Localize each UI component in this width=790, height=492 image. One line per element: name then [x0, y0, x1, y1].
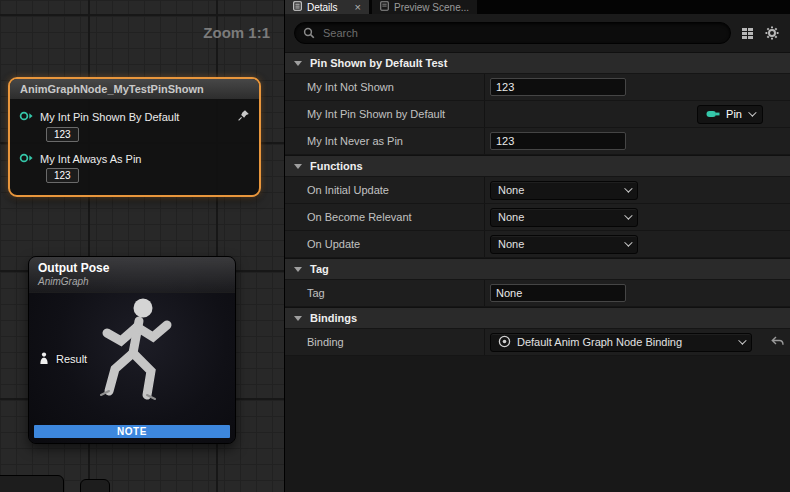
pin-dropdown-label: Pin: [726, 108, 742, 120]
pose-pin-icon[interactable]: [38, 352, 50, 366]
details-empty-area: [285, 356, 790, 492]
section-title: Tag: [310, 263, 329, 275]
pin-label: My Int Pin Shown By Default: [40, 111, 179, 123]
property-label: My Int Pin Shown by Default: [285, 101, 485, 127]
property-row: My Int Not Shown: [285, 74, 790, 101]
output-pose-node[interactable]: Output Pose AnimGraph Result NOTE: [28, 256, 236, 444]
pin-visibility-dropdown[interactable]: Pin: [697, 105, 763, 124]
tab-details[interactable]: Details ×: [285, 0, 369, 14]
property-row: My Int Never as Pin: [285, 128, 790, 155]
mannequin-figure: [81, 291, 191, 421]
chevron-down-icon[interactable]: [294, 61, 302, 66]
property-row: Binding Default Anim Graph Node Binding: [285, 329, 790, 356]
chevron-down-icon[interactable]: [294, 316, 302, 321]
pin-label: My Int Always As Pin: [40, 153, 141, 165]
tab-bar: Details × Preview Scene...: [285, 0, 790, 14]
section-header-tag[interactable]: Tag: [285, 258, 790, 280]
value-pin-icon[interactable]: [19, 153, 34, 165]
property-label: On Update: [285, 231, 485, 257]
tab-label: Preview Scene...: [394, 2, 469, 13]
property-label: Tag: [285, 280, 485, 306]
binding-icon: [498, 335, 511, 350]
dropdown-value: None: [498, 238, 524, 250]
on-become-relevant-dropdown[interactable]: None: [490, 208, 638, 227]
tab-preview-scene[interactable]: Preview Scene...: [372, 0, 477, 14]
tag-input[interactable]: [490, 284, 626, 302]
chevron-down-icon[interactable]: [294, 164, 302, 169]
my-int-not-shown-input[interactable]: [490, 78, 626, 96]
section-header-bindings[interactable]: Bindings: [285, 307, 790, 329]
on-update-dropdown[interactable]: None: [490, 235, 638, 254]
binding-dropdown[interactable]: Default Anim Graph Node Binding: [490, 333, 752, 352]
my-int-never-as-pin-input[interactable]: [490, 132, 626, 150]
close-icon[interactable]: ×: [355, 2, 361, 13]
pushpin-icon[interactable]: [237, 109, 250, 124]
search-row: [285, 14, 790, 52]
note-badge[interactable]: NOTE: [34, 425, 230, 438]
property-row: Tag: [285, 280, 790, 307]
chevron-down-icon: [738, 336, 746, 344]
search-input[interactable]: [294, 22, 731, 44]
gear-icon[interactable]: [763, 24, 781, 42]
reset-to-default-icon[interactable]: [771, 336, 784, 349]
property-label: On Initial Update: [285, 177, 485, 203]
chevron-down-icon: [748, 108, 756, 116]
anim-graph-test-node[interactable]: AnimGraphNode_MyTestPinShown My Int Pin …: [8, 77, 261, 197]
property-row: On Initial Update None: [285, 177, 790, 204]
section-header-pin-shown-by-default-test[interactable]: Pin Shown by Default Test: [285, 52, 790, 74]
on-initial-update-dropdown[interactable]: None: [490, 181, 638, 200]
details-panel: Details × Preview Scene... Pin Shown by …: [285, 0, 790, 492]
property-label: My Int Never as Pin: [285, 128, 485, 154]
section-title: Bindings: [310, 312, 357, 324]
chevron-down-icon[interactable]: [294, 267, 302, 272]
node-header[interactable]: Output Pose AnimGraph: [29, 257, 235, 293]
chevron-down-icon: [624, 238, 632, 246]
partial-node[interactable]: [80, 479, 110, 492]
property-label: My Int Not Shown: [285, 74, 485, 100]
pin-icon: [706, 108, 720, 120]
chevron-down-icon: [624, 184, 632, 192]
tab-label: Details: [307, 2, 338, 13]
dropdown-value: None: [498, 211, 524, 223]
pin-row-always-as-pin: My Int Always As Pin: [19, 153, 250, 165]
search-icon: [303, 27, 315, 39]
result-pin[interactable]: Result: [38, 352, 87, 366]
pin-value-input[interactable]: 123: [46, 168, 79, 183]
node-title[interactable]: AnimGraphNode_MyTestPinShown: [10, 79, 259, 100]
section-header-functions[interactable]: Functions: [285, 155, 790, 177]
section-title: Pin Shown by Default Test: [310, 57, 447, 69]
partial-node[interactable]: [0, 475, 64, 492]
preview-scene-tab-icon: [380, 1, 389, 13]
value-pin-icon[interactable]: [19, 111, 34, 123]
section-title: Functions: [310, 160, 363, 172]
binding-value: Default Anim Graph Node Binding: [517, 336, 732, 348]
search-wrap: [294, 22, 731, 44]
node-subtitle: AnimGraph: [38, 276, 226, 287]
result-pin-label: Result: [56, 353, 87, 365]
chevron-down-icon: [624, 211, 632, 219]
dropdown-value: None: [498, 184, 524, 196]
pin-row-shown-by-default: My Int Pin Shown By Default: [19, 109, 250, 124]
node-title: Output Pose: [38, 261, 226, 275]
view-options-grid-icon[interactable]: [738, 24, 756, 42]
graph-canvas[interactable]: Zoom 1:1 AnimGraphNode_MyTestPinShown My…: [0, 0, 285, 492]
zoom-level-label: Zoom 1:1: [203, 24, 270, 41]
property-row: On Become Relevant None: [285, 204, 790, 231]
property-row: On Update None: [285, 231, 790, 258]
node-body: My Int Pin Shown By Default 123 My Int A…: [10, 100, 259, 195]
details-tab-icon: [293, 1, 302, 13]
property-label: Binding: [285, 329, 485, 355]
property-label: On Become Relevant: [285, 204, 485, 230]
pin-value-input[interactable]: 123: [46, 127, 79, 142]
property-row: My Int Pin Shown by Default Pin: [285, 101, 790, 128]
